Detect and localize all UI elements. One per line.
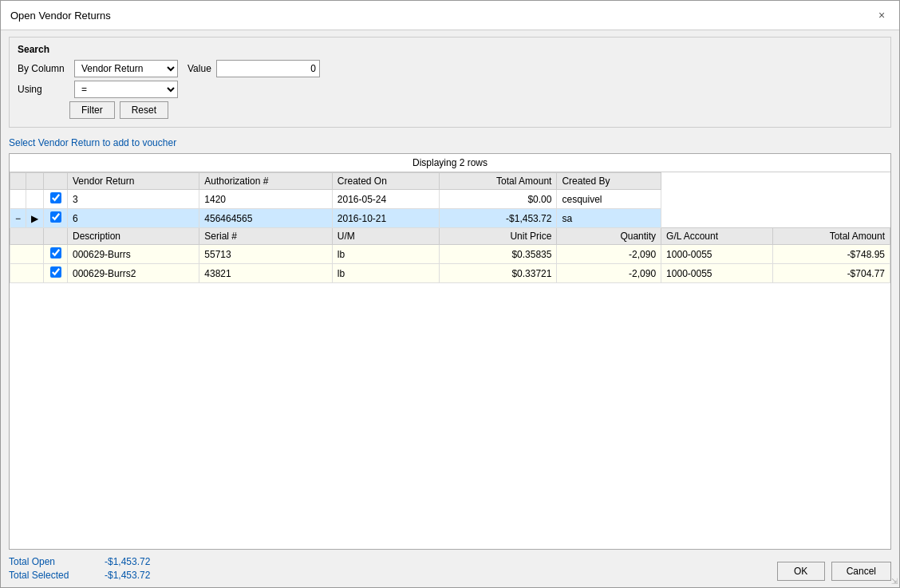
grid-row-count: Displaying 2 rows	[10, 154, 890, 172]
grid-container: Displaying 2 rows Vendor Return Authoriz…	[9, 153, 891, 550]
value-input[interactable]	[216, 60, 320, 77]
arrow-cell: ▶	[26, 209, 44, 228]
detail-col-gl-account: G/L Account	[661, 228, 772, 245]
detail-cell-gl-account: 1000-0055	[661, 245, 772, 264]
filter-buttons: Filter Reset	[69, 101, 882, 119]
row-checkbox[interactable]	[50, 192, 61, 203]
ok-button[interactable]: OK	[777, 562, 825, 581]
expand-cell[interactable]: −	[10, 209, 26, 228]
detail-cell-serial: 55713	[199, 245, 333, 264]
total-open-value: -$1,453.72	[105, 556, 150, 567]
detail-cell-description: 000629-Burrs2	[68, 264, 199, 283]
filter-button[interactable]: Filter	[69, 101, 115, 119]
detail-col-total-amount: Total Amount	[772, 228, 890, 245]
detail-col-serial: Serial #	[199, 228, 333, 245]
footer-totals: Total Open -$1,453.72 Total Selected -$1…	[9, 556, 150, 581]
total-open-label: Total Open	[9, 556, 81, 567]
detail-col-checkbox	[44, 228, 68, 245]
footer-buttons: OK Cancel	[777, 562, 891, 581]
expand-cell	[10, 190, 26, 209]
resize-handle[interactable]: ⇲	[891, 577, 898, 586]
detail-col-quantity: Quantity	[557, 228, 661, 245]
detail-table-row: 000629-Burrs2 43821 lb $0.33721 -2,090 1…	[10, 264, 890, 283]
by-column-label: By Column	[18, 63, 69, 74]
total-open-row: Total Open -$1,453.72	[9, 556, 150, 567]
total-selected-value: -$1,453.72	[105, 570, 150, 581]
table-row[interactable]: − ▶ 6 456464565 2016-10-21 -$1,453.72 sa	[10, 209, 890, 228]
prompt-text: Select Vendor Return to add to voucher	[9, 137, 891, 148]
detail-header-row: Description Serial # U/M Unit Price Quan…	[10, 228, 890, 245]
detail-cell-unit-price: $0.35835	[440, 245, 557, 264]
cell-total-amount: $0.00	[440, 190, 557, 209]
detail-spacer	[10, 245, 44, 264]
col-expand	[10, 173, 26, 190]
col-vendor-return: Vendor Return	[68, 173, 199, 190]
total-selected-row: Total Selected -$1,453.72	[9, 570, 150, 581]
row-checkbox-cell[interactable]	[44, 209, 68, 228]
by-column-row: By Column Vendor Return Authorization # …	[18, 60, 882, 77]
detail-col-um: U/M	[332, 228, 439, 245]
col-arrow	[26, 173, 44, 190]
cancel-button[interactable]: Cancel	[831, 562, 891, 581]
cell-total-amount: -$1,453.72	[440, 209, 557, 228]
detail-table-row: 000629-Burrs 55713 lb $0.35835 -2,090 10…	[10, 245, 890, 264]
col-created-by: Created By	[557, 173, 661, 190]
cell-auth-number: 456464565	[199, 209, 333, 228]
search-title: Search	[18, 44, 882, 55]
detail-cell-unit-price: $0.33721	[440, 264, 557, 283]
dialog-window: Open Vendor Returns × Search By Column V…	[0, 0, 900, 588]
main-table: Vendor Return Authorization # Created On…	[10, 172, 890, 283]
search-section: Search By Column Vendor Return Authoriza…	[9, 37, 891, 128]
detail-checkbox-cell[interactable]	[44, 245, 68, 264]
table-row[interactable]: 3 1420 2016-05-24 $0.00 cesquivel	[10, 190, 890, 209]
detail-cell-total-amount: -$704.77	[772, 264, 890, 283]
column-headers: Vendor Return Authorization # Created On…	[10, 173, 890, 190]
reset-button[interactable]: Reset	[120, 101, 168, 119]
cell-created-by: sa	[557, 209, 661, 228]
detail-cell-description: 000629-Burrs	[68, 245, 199, 264]
cell-auth-number: 1420	[199, 190, 333, 209]
title-bar: Open Vendor Returns ×	[1, 1, 899, 30]
total-selected-label: Total Selected	[9, 570, 81, 581]
detail-cell-serial: 43821	[199, 264, 333, 283]
using-row: Using = < > <= >= <>	[18, 81, 882, 98]
cell-vendor-return: 6	[68, 209, 199, 228]
footer: Total Open -$1,453.72 Total Selected -$1…	[1, 550, 899, 587]
cell-created-by: cesquivel	[557, 190, 661, 209]
cell-created-on: 2016-05-24	[332, 190, 439, 209]
detail-cell-gl-account: 1000-0055	[661, 264, 772, 283]
dialog-title: Open Vendor Returns	[10, 10, 111, 22]
col-checkbox	[44, 173, 68, 190]
detail-checkbox[interactable]	[50, 247, 61, 258]
detail-col-unit-price: Unit Price	[440, 228, 557, 245]
detail-cell-um: lb	[332, 264, 439, 283]
detail-col-spacer	[10, 228, 44, 245]
detail-cell-total-amount: -$748.95	[772, 245, 890, 264]
value-label: Value	[188, 63, 211, 74]
using-label: Using	[18, 84, 69, 95]
detail-spacer	[10, 264, 44, 283]
col-auth-number: Authorization #	[199, 173, 333, 190]
close-button[interactable]: ×	[874, 7, 890, 23]
col-created-on: Created On	[332, 173, 439, 190]
by-column-select[interactable]: Vendor Return Authorization # Created On…	[74, 60, 178, 77]
col-total-amount: Total Amount	[440, 173, 557, 190]
detail-cell-um: lb	[332, 245, 439, 264]
arrow-cell	[26, 190, 44, 209]
cell-vendor-return: 3	[68, 190, 199, 209]
using-select[interactable]: = < > <= >= <>	[74, 81, 178, 98]
row-checkbox-cell[interactable]	[44, 190, 68, 209]
row-checkbox[interactable]	[50, 211, 61, 223]
detail-checkbox[interactable]	[50, 266, 61, 278]
detail-cell-quantity: -2,090	[557, 264, 661, 283]
cell-created-on: 2016-10-21	[332, 209, 439, 228]
detail-cell-quantity: -2,090	[557, 245, 661, 264]
detail-col-description: Description	[68, 228, 199, 245]
detail-checkbox-cell[interactable]	[44, 264, 68, 283]
